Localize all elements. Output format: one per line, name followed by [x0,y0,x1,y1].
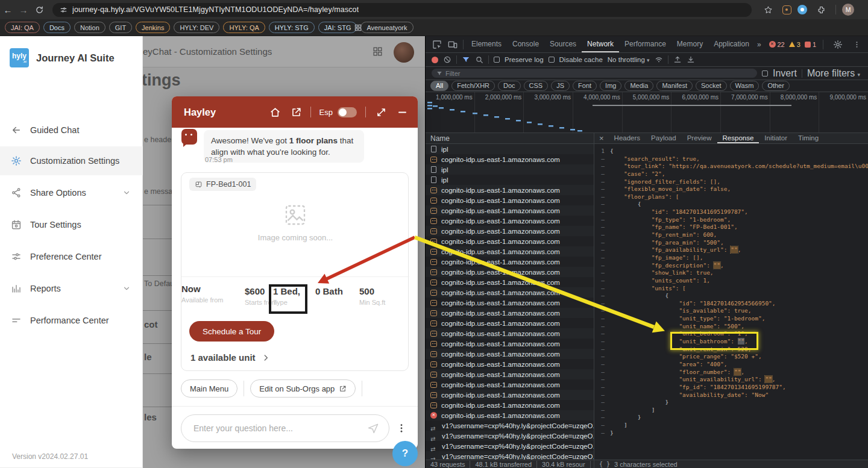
send-icon[interactable] [367,422,379,434]
request-type-chip[interactable]: Socket [696,81,727,91]
bookmark-item[interactable]: HYLY: DEV [174,22,219,33]
network-overview-timeline[interactable]: 1,000,000 ms2,000,000 ms3,000,000 ms4,00… [426,92,868,133]
invert-filter-checkbox[interactable] [762,70,768,76]
network-request-row[interactable]: cognito-idp.us-east-1.amazonaws.com [426,277,594,287]
request-type-chip[interactable]: Doc [498,81,521,91]
network-request-row[interactable]: cognito-idp.us-east-1.amazonaws.com [426,390,594,400]
request-type-chip[interactable]: All [430,81,448,91]
bookmark-item[interactable]: JAI: STG [318,22,357,33]
search-icon[interactable] [475,55,483,64]
bookmark-item[interactable]: HYLY: STG [269,22,315,33]
devtools-kebab-menu-icon[interactable] [853,40,861,49]
sidebar-item-tour-settings[interactable]: Tour Settings [0,210,143,239]
network-request-row[interactable]: cognito-idp.us-east-1.amazonaws.com [426,349,594,359]
browser-profile-avatar[interactable]: M [842,4,854,16]
filter-icon[interactable] [462,55,470,64]
network-conditions-icon[interactable] [655,55,663,64]
close-detail-icon[interactable]: × [594,134,609,143]
address-bar[interactable]: journey-qa.hyly.ai/VGVuYW50LTE1MjgyNTIyN… [52,3,752,17]
network-request-row[interactable]: cognito-idp.us-east-1.amazonaws.com [426,359,594,369]
expand-icon[interactable] [376,107,387,118]
devtools-tab[interactable]: Sources [544,36,582,52]
network-request-row[interactable]: cognito-idp.us-east-1.amazonaws.com [426,308,594,318]
network-request-row[interactable]: ipl [426,175,594,185]
response-json-view[interactable]: 1 { – "search_result": true, – "tour_lin… [594,145,868,468]
network-request-row[interactable]: ipl [426,144,594,154]
network-request-row[interactable]: v1?username=cxp%40hy.ly&projectCode=uzqe… [426,441,594,451]
bookmark-item[interactable]: GIT [109,22,132,33]
network-request-row[interactable]: cognito-idp.us-east-1.amazonaws.com [426,257,594,267]
chat-more-options-icon[interactable] [396,422,407,435]
network-request-row[interactable]: cognito-idp.us-east-1.amazonaws.com [426,185,594,195]
request-type-chip[interactable]: Media [624,81,653,91]
help-button[interactable]: ? [392,441,418,466]
spanish-toggle[interactable] [338,107,357,117]
console-errors-badge[interactable]: 22 [769,41,785,48]
clear-network-log-icon[interactable] [443,55,451,64]
request-type-chip[interactable]: Fetch/XHR [451,81,495,91]
request-type-chip[interactable]: Font [573,81,597,91]
browser-back-icon[interactable]: ← [0,5,16,15]
request-type-chip[interactable]: Wasm [730,81,760,91]
request-type-chip[interactable]: Img [600,81,621,91]
devtools-tab[interactable]: Console [507,36,544,52]
network-request-row[interactable]: cognito-idp.us-east-1.amazonaws.com [426,267,594,277]
bookmark-item[interactable]: Docs [43,22,71,33]
request-type-chip[interactable]: Manifest [656,81,693,91]
network-request-row[interactable]: cognito-idp.us-east-1.amazonaws.com [426,369,594,379]
more-filters-dropdown[interactable]: More filters ▾ [807,68,860,79]
network-request-row[interactable]: cognito-idp.us-east-1.amazonaws.com [426,410,594,420]
device-toolbar-icon[interactable] [448,40,458,49]
bookmark-item[interactable]: Notion [74,22,105,33]
bookmark-item[interactable]: Jenkins [136,22,170,33]
extension-icon-orange[interactable] [782,5,791,14]
detail-tab[interactable]: Payload [646,133,682,143]
network-request-row[interactable]: cognito-idp.us-east-1.amazonaws.com [426,400,594,410]
network-request-row[interactable]: v1?username=cxp%40hy.ly&projectCode=uzqe… [426,420,594,431]
sidebar-item-customization-settings[interactable]: Customization Settings [0,146,143,175]
minimize-icon[interactable] [397,107,408,118]
import-har-icon[interactable] [673,55,682,64]
detail-tab[interactable]: Initiator [759,133,793,143]
issues-badge[interactable]: 1 [805,41,816,48]
sidebar-item-preference-center[interactable]: Preference Center [0,242,143,271]
home-icon[interactable] [269,107,281,118]
more-tabs-icon[interactable]: » [755,40,764,49]
sidebar-item-share-options[interactable]: Share Options [0,178,143,207]
open-in-new-icon[interactable] [291,107,302,118]
request-type-chip[interactable]: CSS [524,81,549,91]
sidebar-item-performance-center[interactable]: Performance Center [0,306,143,335]
bookmark-item[interactable]: HYLY: QA [223,22,265,33]
sidebar-item-reports[interactable]: Reports [0,274,143,303]
network-request-row[interactable]: cognito-idp.us-east-1.amazonaws.com [426,195,594,205]
bookmark-apps-grid-icon[interactable] [354,23,362,32]
inspect-element-icon[interactable] [432,40,442,49]
quick-action-button[interactable]: Main Menu [181,379,237,398]
schedule-tour-button[interactable]: Schedule a Tour [189,321,274,342]
request-type-chip[interactable]: JS [551,81,570,91]
bookmark-item[interactable]: Avenueatyork [360,22,413,33]
extensions-puzzle-icon[interactable] [817,5,826,14]
browser-forward-icon[interactable]: → [16,5,31,15]
network-request-row[interactable]: cognito-idp.us-east-1.amazonaws.com [426,216,594,226]
bookmark-item[interactable]: JAI: QA [5,22,40,33]
browser-reload-icon[interactable] [35,5,44,14]
export-har-icon[interactable] [687,55,695,64]
devtools-tab[interactable]: Performance [619,36,671,52]
sidebar-back-guided-chat[interactable]: Guided Chat [0,117,143,143]
preserve-log-checkbox[interactable] [494,57,500,63]
network-request-row[interactable]: cognito-idp.us-east-1.amazonaws.com [426,287,594,298]
detail-tab[interactable]: Timing [793,133,824,143]
network-request-row[interactable]: v1?username=cxp%40hy.ly&projectCode=uzqe… [426,431,594,441]
network-request-row[interactable]: cognito-idp.us-east-1.amazonaws.com [426,236,594,246]
devtools-tab[interactable]: Network [582,36,619,52]
devtools-settings-gear-icon[interactable] [833,40,843,49]
extension-icon-blue[interactable] [797,5,807,14]
quick-action-button[interactable]: Edit on Sub-Orgs app [250,379,356,398]
devtools-tab[interactable]: Elements [466,36,507,52]
network-request-row[interactable]: cognito-idp.us-east-1.amazonaws.com [426,154,594,164]
network-request-row[interactable]: cognito-idp.us-east-1.amazonaws.com [426,246,594,257]
console-warnings-badge[interactable]: 3 [789,41,800,48]
network-request-row[interactable]: cognito-idp.us-east-1.amazonaws.com [426,298,594,308]
detail-tab[interactable]: Response [717,133,760,143]
